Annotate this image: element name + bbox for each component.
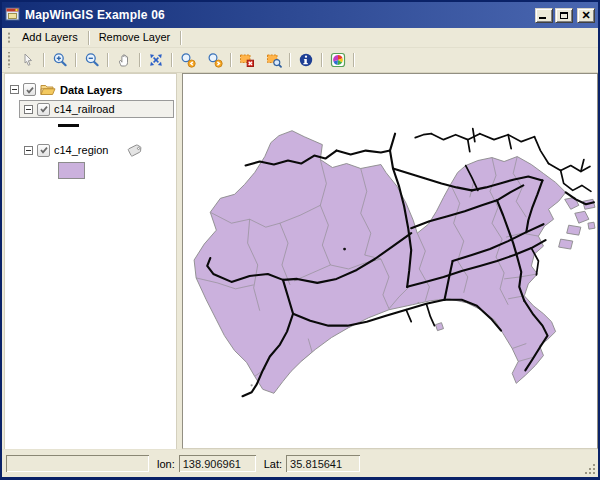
- open-folder-icon: [40, 82, 56, 97]
- zoom-out-button[interactable]: [78, 49, 105, 71]
- info-icon: [298, 52, 314, 68]
- group-label: Data Layers: [60, 84, 122, 96]
- check-icon: [25, 85, 35, 95]
- pointer-icon: [20, 52, 36, 68]
- check-icon: [39, 145, 49, 155]
- region-symbol-swatch[interactable]: [58, 162, 85, 179]
- pan-hand-icon: [116, 52, 132, 68]
- zoom-previous-button[interactable]: [174, 49, 201, 71]
- maximize-icon: [560, 12, 568, 19]
- pan-button[interactable]: [110, 49, 137, 71]
- zoom-to-layer-button[interactable]: [260, 49, 287, 71]
- toolbar-separator: [353, 53, 354, 67]
- minimize-button[interactable]: [535, 8, 553, 23]
- zoom-next-icon: [207, 52, 223, 68]
- window-resize-grip[interactable]: [583, 462, 596, 475]
- menu-strip: Add Layers Remove Layer: [2, 28, 598, 48]
- content-area: Data Layers c14_railroad c14_region: [2, 73, 598, 449]
- zoom-to-layer-icon: [266, 52, 282, 68]
- toolbar-separator: [289, 53, 290, 67]
- zoom-previous-icon: [180, 52, 196, 68]
- zoom-next-button[interactable]: [201, 49, 228, 71]
- toolbar-separator: [321, 53, 322, 67]
- zoom-in-icon: [52, 52, 68, 68]
- remove-layers-icon: [239, 52, 255, 68]
- toolbar-separator: [75, 53, 76, 67]
- minimize-icon: [539, 17, 546, 19]
- select-pointer-button[interactable]: [14, 49, 41, 71]
- layer-checkbox[interactable]: [37, 103, 50, 116]
- lon-label: lon:: [157, 458, 175, 470]
- layer-item-c14-region[interactable]: c14_region: [19, 141, 174, 159]
- zoom-out-icon: [84, 52, 100, 68]
- legend-group-data-layers[interactable]: Data Layers: [5, 80, 176, 99]
- close-button[interactable]: ✕: [577, 8, 595, 23]
- collapse-icon[interactable]: [10, 85, 19, 94]
- menu-separator: [88, 31, 89, 45]
- app-icon: [5, 7, 21, 23]
- legend-panel[interactable]: Data Layers c14_railroad c14_region: [4, 73, 177, 449]
- menustrip-grip-handle[interactable]: [7, 31, 11, 44]
- toolstrip-grip-handle[interactable]: [7, 52, 11, 69]
- region-polygon[interactable]: [194, 131, 566, 394]
- lat-label: Lat:: [264, 458, 282, 470]
- collapse-icon[interactable]: [24, 146, 33, 155]
- map-canvas: [183, 74, 597, 448]
- check-icon: [39, 104, 49, 114]
- toolbar-separator: [139, 53, 140, 67]
- menu-separator: [180, 31, 181, 45]
- layer-label: c14_railroad: [54, 103, 115, 115]
- title-bar[interactable]: MapWinGIS Example 06 ✕: [2, 2, 598, 28]
- group-checkbox[interactable]: [23, 83, 36, 96]
- layer-label: c14_region: [54, 144, 108, 156]
- maximize-button[interactable]: [555, 8, 573, 23]
- app-window: MapWinGIS Example 06 ✕ Add Layers Remove…: [0, 0, 600, 480]
- status-bar: lon: 138.906961 Lat: 35.815641: [2, 449, 598, 477]
- remove-all-layers-button[interactable]: [233, 49, 260, 71]
- color-palette-icon: [330, 52, 346, 68]
- tool-strip: [2, 48, 598, 73]
- zoom-extents-button[interactable]: [142, 49, 169, 71]
- lon-value: 138.906961: [179, 455, 256, 472]
- toolbar-separator: [230, 53, 231, 67]
- toolbar-separator: [43, 53, 44, 67]
- menu-remove-layer[interactable]: Remove Layer: [91, 29, 179, 46]
- close-icon: ✕: [581, 10, 590, 20]
- status-panel-blank: [6, 455, 149, 472]
- collapse-icon[interactable]: [24, 105, 33, 114]
- layer-checkbox[interactable]: [37, 144, 50, 157]
- railroad-symbol[interactable]: [58, 124, 176, 127]
- toolbar-separator: [107, 53, 108, 67]
- tag-icon[interactable]: [126, 142, 143, 159]
- zoom-extents-icon: [148, 52, 164, 68]
- identify-button[interactable]: [292, 49, 319, 71]
- lat-value: 35.815641: [286, 455, 360, 472]
- map-view[interactable]: [182, 73, 598, 449]
- window-title: MapWinGIS Example 06: [25, 8, 531, 22]
- zoom-in-button[interactable]: [46, 49, 73, 71]
- symbology-button[interactable]: [324, 49, 351, 71]
- menu-add-layers[interactable]: Add Layers: [14, 29, 86, 46]
- line-symbol-swatch: [58, 124, 79, 127]
- toolbar-separator: [171, 53, 172, 67]
- layer-item-c14-railroad[interactable]: c14_railroad: [19, 100, 174, 118]
